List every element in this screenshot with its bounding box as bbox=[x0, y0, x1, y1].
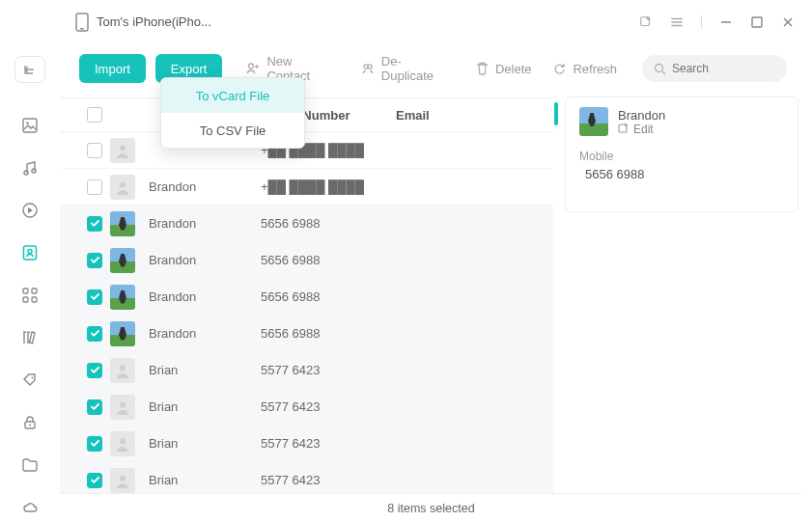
import-button[interactable]: Import bbox=[79, 54, 146, 83]
cell-phone: 5656 6988 bbox=[261, 326, 396, 341]
row-checkbox[interactable] bbox=[87, 179, 102, 195]
svg-point-27 bbox=[120, 475, 126, 481]
nav-books[interactable] bbox=[15, 323, 44, 352]
avatar-placeholder-icon bbox=[110, 358, 135, 383]
cell-phone: 5656 6988 bbox=[261, 289, 396, 304]
table-row[interactable]: Brandon5656 6988 bbox=[60, 206, 553, 242]
table-row[interactable]: Brian5577 6423 bbox=[60, 462, 553, 493]
row-checkbox[interactable] bbox=[87, 436, 102, 452]
cell-name: Brian bbox=[145, 363, 261, 377]
svg-point-21 bbox=[656, 64, 663, 71]
svg-point-10 bbox=[28, 250, 32, 254]
avatar-photo bbox=[110, 248, 135, 273]
cell-name: Brandon bbox=[145, 253, 261, 267]
nav-cloud[interactable] bbox=[15, 493, 44, 522]
nav-tags[interactable] bbox=[15, 366, 44, 395]
cell-phone: 5577 6423 bbox=[261, 399, 396, 414]
export-to-vcard[interactable]: To vCard File bbox=[161, 78, 304, 113]
close-icon[interactable] bbox=[781, 15, 795, 29]
refresh-icon bbox=[552, 62, 567, 76]
svg-rect-1 bbox=[80, 28, 84, 29]
row-checkbox[interactable] bbox=[87, 289, 102, 305]
cell-name: Brian bbox=[145, 473, 261, 487]
titlebar: Tom's iPhone(iPho... bbox=[0, 0, 812, 44]
cell-name: Brian bbox=[145, 399, 261, 414]
device-label: Tom's iPhone(iPho... bbox=[97, 14, 211, 29]
search-box[interactable] bbox=[642, 55, 787, 82]
avatar-placeholder-icon bbox=[110, 175, 135, 200]
select-all-checkbox[interactable] bbox=[87, 107, 102, 123]
status-text: 8 items selected bbox=[387, 502, 474, 515]
cell-name: Brandon bbox=[145, 289, 261, 304]
detail-field-value: 5656 6988 bbox=[585, 167, 784, 181]
avatar-placeholder-icon bbox=[110, 431, 135, 456]
table-row[interactable]: Brandon5656 6988 bbox=[60, 242, 553, 279]
cell-phone: 5577 6423 bbox=[261, 436, 396, 451]
delete-action[interactable]: Delete bbox=[469, 54, 538, 83]
cell-name: Brandon bbox=[145, 179, 261, 194]
refresh-label: Refresh bbox=[573, 62, 617, 76]
nav-security[interactable] bbox=[15, 408, 44, 437]
cell-phone: 5656 6988 bbox=[261, 253, 396, 267]
table-row[interactable]: Brandon5656 6988 bbox=[60, 316, 553, 352]
svg-point-5 bbox=[26, 122, 28, 124]
export-dropdown: To vCard File To CSV File bbox=[160, 77, 305, 149]
table-row[interactable]: Brandon5656 6988 bbox=[60, 279, 553, 316]
detail-edit-button[interactable]: Edit bbox=[618, 123, 665, 136]
row-checkbox[interactable] bbox=[87, 473, 102, 488]
nav-apps[interactable] bbox=[15, 281, 44, 310]
detail-name: Brandon bbox=[618, 108, 665, 123]
row-checkbox[interactable] bbox=[87, 216, 102, 232]
detail-avatar bbox=[579, 107, 608, 136]
detail-field-label: Mobile bbox=[579, 150, 784, 163]
table-row[interactable]: Brian5577 6423 bbox=[60, 426, 553, 462]
table-row[interactable]: Brandon+██ ████ ████ bbox=[60, 169, 553, 206]
table-row[interactable]: Brian5577 6423 bbox=[60, 389, 553, 426]
search-input[interactable] bbox=[672, 62, 812, 75]
row-checkbox[interactable] bbox=[87, 363, 102, 378]
status-bar: 8 items selected bbox=[60, 493, 802, 522]
cell-name: Brandon bbox=[145, 326, 261, 341]
pencil-icon bbox=[618, 124, 630, 135]
toolbar: Import Export New Contact De-Duplicate D… bbox=[60, 44, 802, 96]
row-checkbox[interactable] bbox=[87, 399, 102, 415]
svg-rect-3 bbox=[752, 17, 762, 27]
svg-point-7 bbox=[32, 169, 36, 173]
pane-divider[interactable] bbox=[553, 96, 559, 493]
nav-videos[interactable] bbox=[15, 196, 44, 225]
detail-edit-label: Edit bbox=[633, 123, 654, 136]
phone-icon bbox=[75, 13, 89, 32]
table-row[interactable]: +██ ████ ████ bbox=[60, 132, 553, 169]
de-duplicate-action[interactable]: De-Duplicate bbox=[354, 54, 460, 83]
cell-phone: 5577 6423 bbox=[261, 473, 396, 487]
nav-photos[interactable] bbox=[15, 111, 44, 140]
contacts-table: Name Phone Number Email +██ ████ ████Bra… bbox=[60, 96, 553, 493]
row-checkbox[interactable] bbox=[87, 253, 102, 268]
cell-name: Brian bbox=[145, 436, 261, 451]
menu-icon[interactable] bbox=[670, 15, 684, 29]
separator bbox=[701, 15, 702, 29]
maximize-icon[interactable] bbox=[750, 15, 764, 29]
export-to-csv[interactable]: To CSV File bbox=[161, 113, 304, 148]
nav-contacts[interactable] bbox=[15, 238, 44, 267]
svg-point-15 bbox=[32, 377, 34, 379]
row-checkbox[interactable] bbox=[87, 143, 102, 158]
nav-music[interactable] bbox=[15, 153, 44, 182]
nav-files[interactable] bbox=[15, 451, 44, 480]
refresh-action[interactable]: Refresh bbox=[546, 54, 623, 83]
edit-note-icon[interactable] bbox=[639, 15, 653, 29]
minimize-icon[interactable] bbox=[719, 15, 733, 29]
cell-phone: 5656 6988 bbox=[261, 216, 396, 231]
back-button[interactable] bbox=[14, 56, 45, 83]
svg-point-26 bbox=[120, 438, 126, 444]
cell-phone: +██ ████ ████ bbox=[261, 179, 396, 194]
main-split: Name Phone Number Email +██ ████ ████Bra… bbox=[60, 96, 802, 493]
svg-point-18 bbox=[249, 64, 254, 69]
avatar-placeholder-icon bbox=[110, 138, 135, 163]
svg-rect-14 bbox=[32, 297, 37, 302]
svg-point-24 bbox=[120, 365, 126, 371]
svg-point-25 bbox=[120, 401, 126, 407]
col-email[interactable]: Email bbox=[396, 108, 553, 123]
table-row[interactable]: Brian5577 6423 bbox=[60, 352, 553, 389]
row-checkbox[interactable] bbox=[87, 326, 102, 342]
